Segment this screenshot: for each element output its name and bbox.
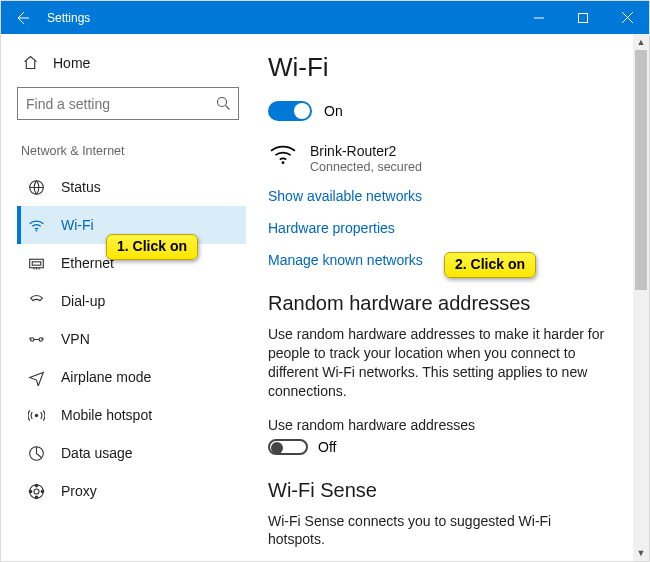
nav-item-datausage[interactable]: Data usage <box>17 434 246 472</box>
maximize-button[interactable] <box>561 1 605 34</box>
svg-point-4 <box>218 98 227 107</box>
nav-item-label: Wi-Fi <box>61 217 94 233</box>
nav-item-label: Dial-up <box>61 293 105 309</box>
nav-item-label: VPN <box>61 331 90 347</box>
window-body: Home Network & Internet Status Wi-Fi <box>1 34 649 561</box>
svg-point-15 <box>33 488 38 493</box>
nav-item-label: Proxy <box>61 483 97 499</box>
wifi-toggle-row: On <box>268 101 625 121</box>
sense-heading: Wi-Fi Sense <box>268 479 625 502</box>
svg-point-18 <box>29 490 32 493</box>
nav-item-label: Data usage <box>61 445 133 461</box>
nav-item-label: Airplane mode <box>61 369 151 385</box>
svg-point-10 <box>30 337 33 340</box>
current-connection[interactable]: Brink-Router2 Connected, secured <box>268 143 625 174</box>
nav-item-hotspot[interactable]: Mobile hotspot <box>17 396 246 434</box>
nav-item-dialup[interactable]: Dial-up <box>17 282 246 320</box>
titlebar: Settings <box>1 1 649 34</box>
random-toggle-label: Off <box>318 439 336 455</box>
home-icon <box>21 54 39 71</box>
close-button[interactable] <box>605 1 649 34</box>
wifi-icon <box>27 217 45 234</box>
proxy-icon <box>27 483 45 500</box>
dialup-icon <box>27 293 45 310</box>
svg-rect-1 <box>579 13 588 22</box>
svg-point-11 <box>39 337 42 340</box>
vertical-scrollbar[interactable]: ▲ ▼ <box>633 34 649 561</box>
nav-item-proxy[interactable]: Proxy <box>17 472 246 510</box>
nav-item-label: Status <box>61 179 101 195</box>
wifi-toggle-label: On <box>324 103 343 119</box>
nav-item-vpn[interactable]: VPN <box>17 320 246 358</box>
hotspot-icon <box>27 407 45 424</box>
nav-home-label: Home <box>53 55 90 71</box>
random-toggle[interactable] <box>268 439 308 455</box>
nav-list: Status Wi-Fi Ethernet Dial-up VPN <box>17 168 246 510</box>
airplane-icon <box>27 369 45 386</box>
nav-item-airplane[interactable]: Airplane mode <box>17 358 246 396</box>
connection-status: Connected, secured <box>310 160 422 174</box>
window-title: Settings <box>47 11 517 25</box>
svg-point-17 <box>35 496 38 499</box>
random-toggle-row: Off <box>268 439 625 455</box>
random-description: Use random hardware addresses to make it… <box>268 325 608 401</box>
nav-home[interactable]: Home <box>17 48 246 83</box>
nav-group-header: Network & Internet <box>21 144 246 158</box>
scroll-thumb[interactable] <box>635 50 647 290</box>
random-heading: Random hardware addresses <box>268 292 625 315</box>
back-button[interactable] <box>1 1 43 34</box>
datausage-icon <box>27 445 45 462</box>
nav-item-label: Ethernet <box>61 255 114 271</box>
annotation-callout-2: 2. Click on <box>444 252 536 278</box>
svg-point-20 <box>282 161 285 164</box>
left-pane: Home Network & Internet Status Wi-Fi <box>1 34 256 561</box>
ethernet-icon <box>27 255 45 272</box>
arrow-left-icon <box>14 10 30 26</box>
wifi-toggle[interactable] <box>268 101 312 121</box>
nav-item-status[interactable]: Status <box>17 168 246 206</box>
svg-line-5 <box>226 106 230 110</box>
random-sublabel: Use random hardware addresses <box>268 417 625 433</box>
system-buttons <box>517 1 649 34</box>
svg-point-7 <box>35 229 37 231</box>
connection-name: Brink-Router2 <box>310 143 422 159</box>
search-input[interactable] <box>18 96 209 112</box>
settings-window: Settings Home Network & Internet <box>0 0 650 562</box>
svg-rect-9 <box>32 261 41 264</box>
right-pane: Wi-Fi On Brink-Router2 Connected, secure… <box>256 34 649 561</box>
sense-desc1: Wi-Fi Sense connects you to suggested Wi… <box>268 512 608 550</box>
scroll-down-icon[interactable]: ▼ <box>633 545 649 561</box>
status-icon <box>27 179 45 196</box>
vpn-icon <box>27 331 45 348</box>
sense-desc2: Remember, not all Wi-Fi networks are sec… <box>268 559 608 561</box>
link-hardware-properties[interactable]: Hardware properties <box>268 220 625 236</box>
link-show-available[interactable]: Show available networks <box>268 188 625 204</box>
svg-point-19 <box>41 490 44 493</box>
search-box[interactable] <box>17 87 239 120</box>
scroll-up-icon[interactable]: ▲ <box>633 34 649 50</box>
annotation-callout-1: 1. Click on <box>106 234 198 260</box>
wifi-signal-icon <box>270 143 296 169</box>
page-heading: Wi-Fi <box>268 52 625 83</box>
minimize-button[interactable] <box>517 1 561 34</box>
search-icon <box>209 96 238 111</box>
svg-point-16 <box>35 484 38 487</box>
nav-item-label: Mobile hotspot <box>61 407 152 423</box>
svg-point-12 <box>34 413 37 416</box>
